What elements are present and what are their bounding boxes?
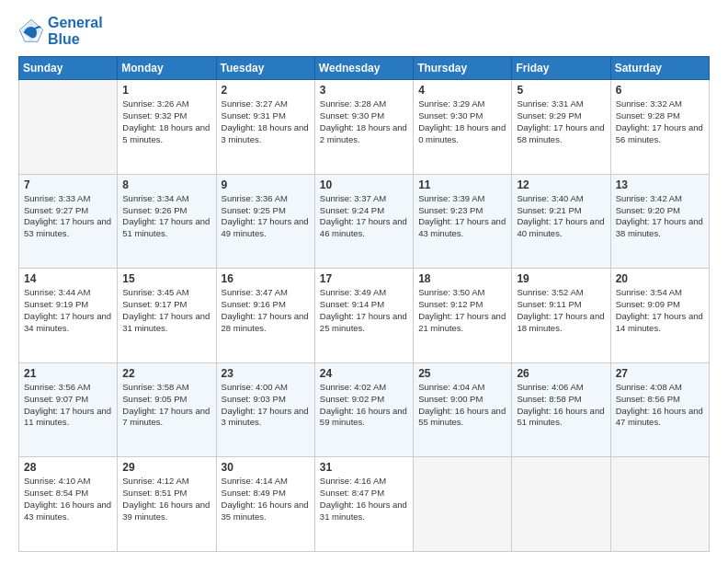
day-info: Sunrise: 4:14 AM Sunset: 8:49 PM Dayligh… [222,476,310,523]
day-info: Sunrise: 4:06 AM Sunset: 8:58 PM Dayligh… [517,382,605,429]
calendar-cell: 31Sunrise: 4:16 AM Sunset: 8:47 PM Dayli… [314,457,413,552]
day-info: Sunrise: 3:33 AM Sunset: 9:27 PM Dayligh… [24,193,112,240]
calendar-cell: 12Sunrise: 3:40 AM Sunset: 9:21 PM Dayli… [512,174,610,269]
day-number: 6 [616,84,704,97]
calendar-cell: 24Sunrise: 4:02 AM Sunset: 9:02 PM Dayli… [314,362,413,457]
day-number: 5 [517,84,605,97]
day-number: 19 [517,272,605,285]
day-number: 30 [222,461,310,474]
day-number: 21 [24,367,112,380]
day-number: 2 [222,84,310,97]
calendar-week-row: 21Sunrise: 3:56 AM Sunset: 9:07 PM Dayli… [19,362,710,457]
day-info: Sunrise: 3:34 AM Sunset: 9:26 PM Dayligh… [122,193,210,240]
page: General Blue SundayMondayTuesdayWednesda… [0,0,728,563]
day-number: 16 [222,272,310,285]
calendar-cell: 10Sunrise: 3:37 AM Sunset: 9:24 PM Dayli… [314,174,413,269]
calendar-cell: 1Sunrise: 3:26 AM Sunset: 9:32 PM Daylig… [118,80,216,175]
day-number: 11 [418,178,506,191]
weekday-header-tuesday: Tuesday [216,57,314,80]
day-info: Sunrise: 3:27 AM Sunset: 9:31 PM Dayligh… [222,98,310,145]
day-info: Sunrise: 3:52 AM Sunset: 9:11 PM Dayligh… [517,287,605,334]
day-number: 7 [24,178,112,191]
calendar-cell: 7Sunrise: 3:33 AM Sunset: 9:27 PM Daylig… [19,174,118,269]
day-info: Sunrise: 3:44 AM Sunset: 9:19 PM Dayligh… [24,287,112,334]
weekday-header-sunday: Sunday [19,57,118,80]
calendar-cell: 18Sunrise: 3:50 AM Sunset: 9:12 PM Dayli… [414,269,512,363]
calendar-cell [414,457,512,552]
day-info: Sunrise: 3:49 AM Sunset: 9:14 PM Dayligh… [320,287,408,334]
header: General Blue [18,15,710,47]
calendar-cell: 3Sunrise: 3:28 AM Sunset: 9:30 PM Daylig… [314,80,413,175]
calendar-cell: 5Sunrise: 3:31 AM Sunset: 9:29 PM Daylig… [512,80,610,175]
day-info: Sunrise: 3:32 AM Sunset: 9:28 PM Dayligh… [616,98,704,145]
calendar-cell: 16Sunrise: 3:47 AM Sunset: 9:16 PM Dayli… [216,269,314,363]
calendar-cell: 4Sunrise: 3:29 AM Sunset: 9:30 PM Daylig… [414,80,512,175]
day-number: 31 [320,461,408,474]
day-number: 18 [418,272,506,285]
calendar-week-row: 1Sunrise: 3:26 AM Sunset: 9:32 PM Daylig… [19,80,710,175]
day-number: 13 [616,178,704,191]
calendar-cell: 20Sunrise: 3:54 AM Sunset: 9:09 PM Dayli… [610,269,709,363]
calendar-week-row: 7Sunrise: 3:33 AM Sunset: 9:27 PM Daylig… [19,174,710,269]
day-info: Sunrise: 3:42 AM Sunset: 9:20 PM Dayligh… [616,193,704,240]
day-info: Sunrise: 4:16 AM Sunset: 8:47 PM Dayligh… [320,476,408,523]
day-info: Sunrise: 3:54 AM Sunset: 9:09 PM Dayligh… [616,287,704,334]
calendar-cell: 27Sunrise: 4:08 AM Sunset: 8:56 PM Dayli… [610,362,709,457]
logo-text: General Blue [48,15,103,47]
day-number: 10 [320,178,408,191]
calendar-cell: 22Sunrise: 3:58 AM Sunset: 9:05 PM Dayli… [118,362,216,457]
calendar-cell: 19Sunrise: 3:52 AM Sunset: 9:11 PM Dayli… [512,269,610,363]
day-info: Sunrise: 4:08 AM Sunset: 8:56 PM Dayligh… [616,382,704,429]
day-number: 23 [222,367,310,380]
day-info: Sunrise: 3:28 AM Sunset: 9:30 PM Dayligh… [320,98,408,145]
day-number: 3 [320,84,408,97]
day-info: Sunrise: 3:29 AM Sunset: 9:30 PM Dayligh… [418,98,506,145]
day-number: 9 [222,178,310,191]
calendar-cell: 2Sunrise: 3:27 AM Sunset: 9:31 PM Daylig… [216,80,314,175]
calendar-table: SundayMondayTuesdayWednesdayThursdayFrid… [18,56,710,552]
weekday-header-thursday: Thursday [414,57,512,80]
weekday-header-saturday: Saturday [610,57,709,80]
calendar-cell: 13Sunrise: 3:42 AM Sunset: 9:20 PM Dayli… [610,174,709,269]
day-number: 22 [122,367,210,380]
day-number: 26 [517,367,605,380]
weekday-header-wednesday: Wednesday [314,57,413,80]
calendar-cell: 11Sunrise: 3:39 AM Sunset: 9:23 PM Dayli… [414,174,512,269]
day-info: Sunrise: 3:56 AM Sunset: 9:07 PM Dayligh… [24,382,112,429]
day-number: 14 [24,272,112,285]
day-number: 27 [616,367,704,380]
day-number: 29 [122,461,210,474]
calendar-cell: 15Sunrise: 3:45 AM Sunset: 9:17 PM Dayli… [118,269,216,363]
calendar-week-row: 14Sunrise: 3:44 AM Sunset: 9:19 PM Dayli… [19,269,710,363]
day-number: 17 [320,272,408,285]
day-number: 12 [517,178,605,191]
day-info: Sunrise: 3:36 AM Sunset: 9:25 PM Dayligh… [222,193,310,240]
calendar-cell [512,457,610,552]
calendar-cell: 23Sunrise: 4:00 AM Sunset: 9:03 PM Dayli… [216,362,314,457]
day-info: Sunrise: 3:50 AM Sunset: 9:12 PM Dayligh… [418,287,506,334]
day-info: Sunrise: 3:37 AM Sunset: 9:24 PM Dayligh… [320,193,408,240]
day-number: 24 [320,367,408,380]
day-number: 28 [24,461,112,474]
day-info: Sunrise: 4:10 AM Sunset: 8:54 PM Dayligh… [24,476,112,523]
calendar-cell: 17Sunrise: 3:49 AM Sunset: 9:14 PM Dayli… [314,269,413,363]
day-info: Sunrise: 3:47 AM Sunset: 9:16 PM Dayligh… [222,287,310,334]
day-number: 25 [418,367,506,380]
day-info: Sunrise: 3:58 AM Sunset: 9:05 PM Dayligh… [122,382,210,429]
day-info: Sunrise: 3:45 AM Sunset: 9:17 PM Dayligh… [122,287,210,334]
logo-icon [18,18,44,44]
calendar-cell: 6Sunrise: 3:32 AM Sunset: 9:28 PM Daylig… [610,80,709,175]
weekday-header-friday: Friday [512,57,610,80]
day-info: Sunrise: 4:12 AM Sunset: 8:51 PM Dayligh… [122,476,210,523]
calendar-cell: 21Sunrise: 3:56 AM Sunset: 9:07 PM Dayli… [19,362,118,457]
day-info: Sunrise: 4:04 AM Sunset: 9:00 PM Dayligh… [418,382,506,429]
calendar-cell: 25Sunrise: 4:04 AM Sunset: 9:00 PM Dayli… [414,362,512,457]
day-info: Sunrise: 3:40 AM Sunset: 9:21 PM Dayligh… [517,193,605,240]
calendar-cell: 30Sunrise: 4:14 AM Sunset: 8:49 PM Dayli… [216,457,314,552]
day-info: Sunrise: 3:31 AM Sunset: 9:29 PM Dayligh… [517,98,605,145]
day-number: 20 [616,272,704,285]
calendar-cell: 26Sunrise: 4:06 AM Sunset: 8:58 PM Dayli… [512,362,610,457]
day-info: Sunrise: 3:26 AM Sunset: 9:32 PM Dayligh… [122,98,210,145]
day-info: Sunrise: 4:00 AM Sunset: 9:03 PM Dayligh… [222,382,310,429]
calendar-cell: 29Sunrise: 4:12 AM Sunset: 8:51 PM Dayli… [118,457,216,552]
